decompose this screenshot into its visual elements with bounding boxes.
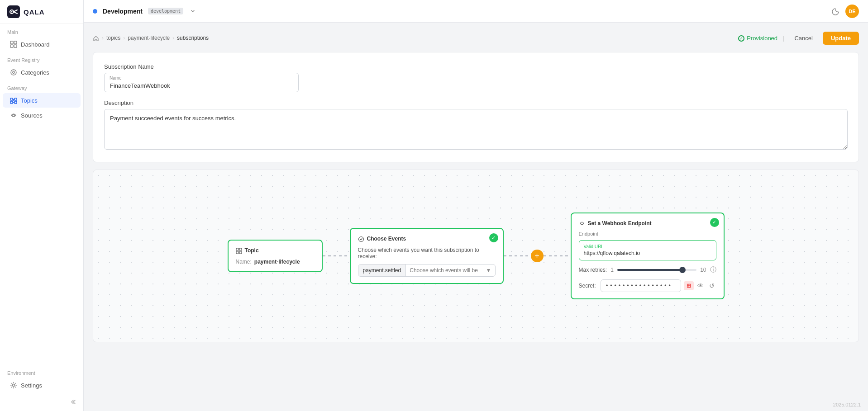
retries-min: 1 (610, 267, 614, 273)
events-node-description: Choose which events you want this subscr… (358, 247, 496, 260)
sidebar-item-topics[interactable]: Topics (3, 93, 81, 108)
event-select-wrapper[interactable]: payment.settled ▼ (358, 264, 496, 277)
secret-expand-button[interactable]: ⊞ (684, 281, 694, 290)
subscription-name-group: Subscription Name Name (104, 63, 848, 92)
retries-info-icon[interactable]: ⓘ (710, 266, 716, 274)
endpoint-label: Endpoint: (579, 231, 716, 236)
topic-node-icon (236, 247, 242, 254)
breadcrumb-sep2: › (123, 35, 125, 41)
provisioned-check-icon (738, 35, 744, 42)
topic-node-name-field: Name: payment-lifecycle (236, 259, 315, 265)
connector-line-1 (323, 255, 350, 256)
dark-mode-icon[interactable] (832, 7, 840, 15)
svg-rect-21 (236, 251, 238, 254)
sidebar-environment-section: Environment Settings (0, 365, 83, 411)
secret-label: Secret: (579, 283, 596, 289)
cancel-button[interactable]: Cancel (790, 32, 817, 44)
env-badge: development (148, 8, 183, 14)
sidebar-collapse-btn[interactable] (0, 393, 83, 411)
breadcrumb-topics[interactable]: topics (106, 35, 120, 41)
sidebar-item-settings[interactable]: Settings (3, 378, 81, 392)
webhook-node-check-icon: ✓ (710, 218, 719, 227)
svg-rect-7 (10, 45, 13, 47)
topics-icon (10, 97, 17, 104)
events-node-check-icon: ✓ (489, 233, 498, 242)
env-indicator (93, 9, 97, 14)
svg-rect-11 (14, 98, 17, 100)
update-button[interactable]: Update (823, 32, 859, 45)
webhook-node-icon (579, 220, 585, 227)
svg-point-18 (13, 384, 15, 387)
sources-icon (10, 112, 17, 119)
webhook-node: ✓ Set a Webhook Endpoint Endpoint: Valid… (571, 213, 725, 300)
environment-label: Environment (0, 365, 83, 378)
retries-max: 10 (700, 267, 706, 273)
svg-rect-10 (10, 98, 13, 100)
logo-area: QALA (0, 0, 83, 24)
retries-row: Max retries: 1 10 ⓘ (579, 266, 716, 274)
dashboard-icon (10, 41, 17, 48)
connector-line-2 (504, 255, 531, 256)
description-textarea[interactable] (104, 109, 848, 150)
webhook-node-header: Set a Webhook Endpoint (579, 220, 716, 227)
subscription-name-label: Subscription Name (104, 63, 848, 70)
secret-input[interactable] (601, 279, 681, 292)
user-avatar[interactable]: DE (845, 5, 859, 18)
sidebar-item-sources-label: Sources (21, 112, 43, 119)
main-section-label: Main (0, 24, 83, 37)
sidebar-item-categories[interactable]: Categories (3, 65, 81, 80)
svg-rect-19 (236, 248, 238, 250)
connector-1 (323, 255, 350, 256)
topic-node-header: Topic (236, 247, 315, 254)
description-label: Description (104, 99, 848, 106)
sidebar-item-categories-label: Categories (21, 69, 49, 76)
provisioned-badge: Provisioned (738, 35, 777, 42)
event-select-input[interactable] (406, 265, 482, 276)
flow-canvas: Topic Name: payment-lifecycle ✓ (93, 170, 859, 342)
secret-refresh-button[interactable]: ↺ (707, 281, 716, 290)
sidebar-item-dashboard-label: Dashboard (21, 41, 50, 48)
url-valid-label: Valid URL (584, 244, 711, 249)
secret-row: Secret: ⊞ 👁 ↺ (579, 279, 716, 292)
breadcrumb-home-icon[interactable] (93, 35, 99, 42)
events-node: ✓ Choose Events Choose which events you … (350, 228, 504, 284)
svg-rect-6 (14, 41, 17, 44)
qala-logo-icon (7, 5, 20, 18)
content-area: › topics › payment-lifecycle › subscript… (84, 23, 868, 411)
categories-icon (10, 69, 17, 76)
secret-view-button[interactable]: 👁 (696, 281, 706, 290)
svg-rect-5 (10, 41, 13, 44)
topic-node-name-value: payment-lifecycle (254, 259, 300, 265)
topbar: Development development DE (84, 0, 868, 23)
add-node-button[interactable]: + (531, 250, 544, 262)
settings-icon (10, 382, 17, 389)
breadcrumb: › topics › payment-lifecycle › subscript… (93, 35, 209, 42)
sidebar-event-registry-section: Event Registry Categories (0, 52, 83, 80)
url-input-wrapper: Valid URL https://qflow.qalatech.io (579, 240, 716, 260)
retries-slider[interactable] (617, 269, 696, 271)
env-chevron-icon[interactable] (190, 8, 196, 15)
sidebar-main-section: Main Dashboard (0, 24, 83, 52)
breadcrumb-subscriptions: subscriptions (177, 35, 209, 41)
events-node-title: Choose Events (367, 236, 406, 242)
sidebar-item-topics-label: Topics (21, 97, 38, 104)
event-registry-label: Event Registry (0, 52, 83, 65)
flow-inner: Topic Name: payment-lifecycle ✓ (93, 170, 858, 342)
sidebar-item-sources[interactable]: Sources (3, 108, 81, 123)
topbar-right: DE (832, 5, 859, 18)
events-node-header: Choose Events (358, 235, 496, 242)
env-name: Development (103, 8, 143, 15)
breadcrumb-payment-lifecycle[interactable]: payment-lifecycle (128, 35, 170, 41)
topic-node-name-label: Name: (236, 259, 252, 265)
version-text: 2025.0122.1 (833, 402, 861, 407)
svg-point-17 (13, 114, 14, 116)
subscription-name-input[interactable] (104, 73, 299, 92)
svg-rect-13 (14, 101, 17, 104)
svg-rect-12 (10, 101, 13, 104)
svg-rect-22 (239, 251, 242, 254)
sidebar-gateway-section: Gateway Topics Sources (0, 80, 83, 123)
sidebar-item-dashboard[interactable]: Dashboard (3, 37, 81, 52)
svg-point-9 (11, 70, 16, 75)
breadcrumb-sep1: › (102, 35, 104, 41)
event-select-arrow-icon[interactable]: ▼ (482, 265, 495, 276)
